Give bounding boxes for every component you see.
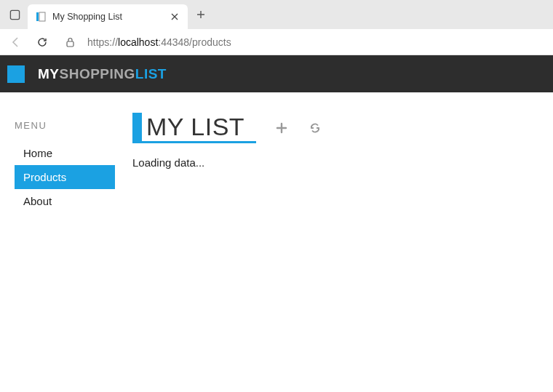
sidebar-item-home[interactable]: Home bbox=[15, 141, 124, 165]
content-area: MY LIST Loading data... bbox=[124, 113, 553, 213]
brand-part-3: LIST bbox=[135, 66, 167, 81]
svg-rect-1 bbox=[36, 12, 39, 21]
brand-logo[interactable]: MYSHOPPINGLIST bbox=[38, 66, 167, 82]
menu-heading: MENU bbox=[15, 120, 124, 131]
svg-rect-2 bbox=[39, 12, 45, 21]
tab-overview-button[interactable] bbox=[4, 4, 25, 25]
url-rest: :44348/products bbox=[158, 36, 231, 48]
sidebar-item-about[interactable]: About bbox=[15, 189, 124, 213]
close-tab-button[interactable] bbox=[169, 11, 180, 23]
loading-text: Loading data... bbox=[132, 156, 538, 169]
url-prefix: https:// bbox=[87, 36, 118, 48]
new-tab-button[interactable] bbox=[191, 4, 211, 25]
url-host: localhost bbox=[118, 36, 158, 48]
tab-favicon-icon bbox=[35, 11, 47, 23]
brand-part-2: SHOPPING bbox=[60, 66, 135, 81]
app-header: MYSHOPPINGLIST bbox=[0, 55, 553, 92]
tab-title: My Shopping List bbox=[52, 12, 163, 22]
sidebar-item-products[interactable]: Products bbox=[15, 165, 115, 189]
title-accent-bar bbox=[132, 113, 142, 141]
lock-icon bbox=[63, 35, 77, 49]
back-button[interactable] bbox=[6, 32, 26, 52]
refresh-list-button[interactable] bbox=[307, 120, 323, 136]
refresh-button[interactable] bbox=[32, 32, 52, 52]
page-title: MY LIST bbox=[142, 113, 249, 141]
page-title-block: MY LIST bbox=[132, 113, 256, 143]
browser-tab[interactable]: My Shopping List bbox=[28, 4, 188, 29]
sidebar: MENU Home Products About bbox=[0, 113, 124, 213]
svg-rect-3 bbox=[67, 41, 73, 47]
brand-part-1: MY bbox=[38, 66, 60, 81]
brand-square-icon bbox=[7, 65, 25, 83]
address-bar[interactable]: https://localhost:44348/products bbox=[83, 33, 547, 51]
add-button[interactable] bbox=[274, 120, 290, 136]
svg-rect-0 bbox=[10, 10, 19, 19]
